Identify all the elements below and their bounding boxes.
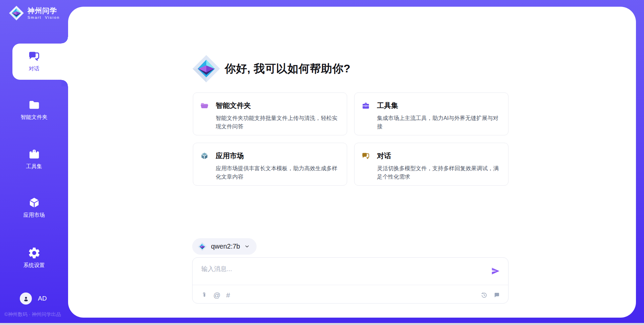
card-chat[interactable]: 对话 灵活切换多模型文件，支持多样回复效果调试，满足个性化需求 [354,143,508,186]
cube-icon [28,196,41,209]
sidebar-item-label: 对话 [0,65,68,72]
mention-button[interactable]: @ [213,291,220,299]
briefcase-icon [28,147,41,161]
tab-fillet-top [61,37,68,44]
hashtag-button[interactable]: # [226,291,230,299]
brand-subtitle: Smart Vision [28,15,60,19]
composer-toolbar: @ # [201,289,500,300]
card-app-market[interactable]: 应用市场 应用市场提供丰富长文本模板，助力高效生成多样化文章内容 [193,143,347,186]
assistant-diamond-icon [192,54,221,83]
sidebar-item-chat[interactable]: 对话 [0,50,68,72]
card-description: 灵活切换多模型文件，支持多样回复效果调试，满足个性化需求 [377,164,500,181]
brand-diamond-icon [9,5,24,21]
card-title: 工具集 [377,101,398,110]
greeting: 你好, 我可以如何帮助你? [192,54,351,83]
card-smart-folder[interactable]: 智能文件夹 智能文件夹功能支持批量文件上传与清洗，轻松实现文件问答 [193,92,347,135]
model-diamond-icon [198,242,207,251]
chat-bubbles-icon [361,151,370,160]
card-title: 智能文件夹 [216,101,251,110]
card-title: 应用市场 [216,151,244,160]
attach-button[interactable] [201,291,208,299]
sidebar: 神州问学 Smart Vision 对话 智能文件夹 [0,0,68,325]
sidebar-item-label: 应用市场 [0,212,68,219]
sidebar-item-label: 工具集 [0,163,68,170]
user-profile[interactable]: AD [20,292,47,305]
sidebar-item-smart-folder[interactable]: 智能文件夹 [0,98,68,121]
sidebar-item-app-market[interactable]: 应用市场 [0,196,68,219]
model-name: qwen2:7b [211,243,240,250]
feature-cards: 智能文件夹 智能文件夹功能支持批量文件上传与清洗，轻松实现文件问答 工具集 集成… [193,92,508,186]
message-input[interactable] [201,264,481,274]
sidebar-item-toolset[interactable]: 工具集 [0,147,68,170]
feedback-button[interactable] [493,291,500,299]
card-toolset[interactable]: 工具集 集成市场上主流工具，助力AI与外界无缝扩展与对接 [354,92,508,135]
chat-bubble-icon [493,291,500,299]
tab-fillet-bottom [61,80,68,86]
avatar [20,292,32,305]
toolbar-left: @ # [201,291,230,299]
sidebar-item-label: 智能文件夹 [0,114,68,121]
chevron-down-icon [244,244,250,249]
sidebar-item-settings[interactable]: 系统设置 [0,246,68,269]
toolbar-right [480,291,500,299]
app-window: 神州问学 Smart Vision 对话 智能文件夹 [0,0,644,325]
gear-icon [28,246,41,260]
folder-icon [28,98,41,112]
folder-open-icon [200,101,209,110]
brand-text: 神州问学 Smart Vision [28,7,60,19]
card-title: 对话 [377,151,391,160]
copyright-text: ©神州数码 · 神州问学出品 [4,311,61,318]
cube-icon [200,151,209,160]
paperclip-icon [201,291,208,299]
send-button[interactable] [491,266,500,276]
brand-name: 神州问学 [28,7,60,14]
card-description: 集成市场上主流工具，助力AI与外界无缝扩展与对接 [377,114,500,131]
history-icon [480,291,487,299]
card-description: 智能文件夹功能支持批量文件上传与清洗，轻松实现文件问答 [216,114,339,131]
message-composer: @ # [192,257,508,304]
greeting-title: 你好, 我可以如何帮助你? [225,61,351,76]
composer-divider [193,285,508,285]
chat-icon [28,50,41,63]
card-description: 应用市场提供丰富长文本模板，助力高效生成多样化文章内容 [216,164,339,181]
history-button[interactable] [480,291,487,299]
sidebar-item-label: 系统设置 [0,262,68,269]
briefcase-icon [361,101,370,110]
user-initials: AD [38,295,47,302]
send-icon [491,266,500,276]
model-selector[interactable]: qwen2:7b [192,238,257,255]
bottom-edge-strip [0,323,644,325]
person-icon [22,295,30,302]
brand-logo: 神州问学 Smart Vision [9,5,60,21]
